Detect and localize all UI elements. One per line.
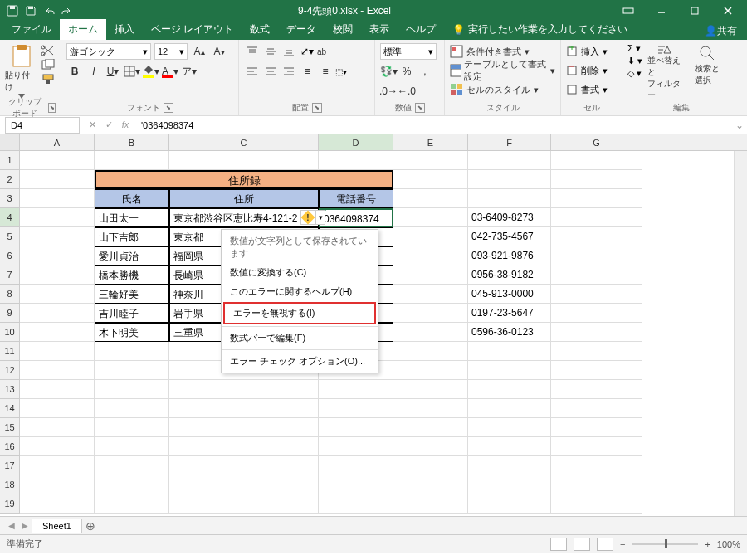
paste-button[interactable]: 貼り付け <box>5 43 37 99</box>
launcher-icon[interactable]: ⬊ <box>312 103 322 113</box>
cell[interactable] <box>393 246 468 265</box>
col-header[interactable]: G <box>551 134 642 150</box>
format-cells-button[interactable]: 書式▾ <box>566 81 617 98</box>
cell[interactable] <box>393 475 468 494</box>
row-header[interactable]: 14 <box>0 399 20 418</box>
cell[interactable] <box>319 437 393 456</box>
tab-home[interactable]: ホーム <box>60 19 106 40</box>
cell[interactable]: 0197-23-5647 <box>468 304 551 323</box>
tab-view[interactable]: 表示 <box>361 19 398 40</box>
cell[interactable]: 山下吉郎 <box>95 227 169 246</box>
cell[interactable] <box>551 437 642 456</box>
tab-data[interactable]: データ <box>278 19 325 40</box>
cell[interactable] <box>551 361 642 380</box>
cell[interactable]: 愛川貞治 <box>95 246 169 265</box>
cell[interactable] <box>95 380 169 399</box>
cell[interactable]: 042-735-4567 <box>468 227 551 246</box>
row-header[interactable]: 3 <box>0 189 20 208</box>
sort-filter-button[interactable]: 並べ替えと フィルター <box>647 43 684 101</box>
cell[interactable]: 木下明美 <box>95 323 169 342</box>
tell-me[interactable]: 💡実行したい作業を入力してください <box>444 19 636 40</box>
row-header[interactable]: 16 <box>0 437 20 456</box>
cell[interactable] <box>393 304 468 323</box>
cell[interactable]: 住所 <box>169 189 319 208</box>
align-left-icon[interactable] <box>244 63 261 80</box>
insert-cells-button[interactable]: 挿入▾ <box>566 43 617 60</box>
cell[interactable] <box>20 151 95 170</box>
phonetic-button[interactable]: ア▾ <box>181 63 198 80</box>
cell[interactable] <box>319 151 393 170</box>
cell[interactable] <box>20 304 95 323</box>
cell[interactable] <box>551 418 642 437</box>
expand-fx-icon[interactable]: ⌄ <box>732 119 747 131</box>
row-header[interactable]: 9 <box>0 304 20 323</box>
row-header[interactable]: 10 <box>0 323 20 342</box>
normal-view-icon[interactable] <box>550 538 567 551</box>
tab-pagelayout[interactable]: ページ レイアウト <box>143 19 242 40</box>
ribbon-options-icon[interactable] <box>613 1 644 21</box>
row-header[interactable]: 1 <box>0 151 20 170</box>
row-header[interactable]: 6 <box>0 246 20 265</box>
row-header[interactable]: 19 <box>0 494 20 514</box>
cell[interactable] <box>95 456 169 475</box>
format-as-table-button[interactable]: テーブルとして書式設定▾ <box>450 62 555 79</box>
cell[interactable] <box>393 285 468 304</box>
font-size-select[interactable]: 12▾ <box>154 43 188 60</box>
launcher-icon[interactable]: ⬊ <box>164 103 173 113</box>
cell[interactable] <box>551 151 642 170</box>
cell[interactable] <box>551 456 642 475</box>
conditional-format-button[interactable]: 条件付き書式▾ <box>450 43 555 60</box>
fill-color-button[interactable]: ▾ <box>143 63 159 80</box>
cell[interactable]: 03-6409-8273 <box>468 208 551 227</box>
cell[interactable] <box>20 475 95 494</box>
cell[interactable] <box>393 494 468 514</box>
cell[interactable] <box>20 399 95 418</box>
row-header[interactable]: 2 <box>0 170 20 189</box>
cell[interactable] <box>468 418 551 437</box>
cell[interactable] <box>95 361 169 380</box>
page-layout-view-icon[interactable] <box>574 538 590 551</box>
cell[interactable] <box>393 189 468 208</box>
enter-fx-icon[interactable]: ✓ <box>101 119 116 130</box>
cell[interactable] <box>319 380 393 399</box>
cell[interactable] <box>551 399 642 418</box>
cell[interactable] <box>20 285 95 304</box>
row-header[interactable]: 15 <box>0 418 20 437</box>
underline-button[interactable]: U▾ <box>105 63 121 80</box>
cell[interactable] <box>551 208 642 227</box>
cell[interactable] <box>20 189 95 208</box>
vertical-scrollbar[interactable] <box>734 151 747 516</box>
row-header[interactable]: 8 <box>0 285 20 304</box>
cell[interactable] <box>468 361 551 380</box>
zoom-level[interactable]: 100% <box>717 539 740 549</box>
cell[interactable] <box>319 475 393 494</box>
cell[interactable] <box>319 494 393 514</box>
percent-icon[interactable]: % <box>398 63 415 80</box>
cell[interactable] <box>393 342 468 361</box>
clear-button[interactable]: ◇ ▾ <box>627 68 642 79</box>
cell[interactable] <box>393 380 468 399</box>
cell[interactable] <box>20 361 95 380</box>
launcher-icon[interactable]: ⬊ <box>415 103 425 113</box>
align-top-icon[interactable] <box>244 43 261 60</box>
cell[interactable] <box>20 170 95 189</box>
cancel-fx-icon[interactable]: ✕ <box>85 119 100 130</box>
increase-decimal-icon[interactable]: .0→ <box>380 83 397 100</box>
cell[interactable] <box>551 494 642 514</box>
align-center-icon[interactable] <box>262 63 279 80</box>
cell[interactable] <box>551 304 642 323</box>
font-color-button[interactable]: A▾ <box>162 63 178 80</box>
cell[interactable] <box>551 189 642 208</box>
cell[interactable] <box>169 380 319 399</box>
cell[interactable] <box>551 227 642 246</box>
cell[interactable] <box>468 494 551 514</box>
formula-input[interactable] <box>138 120 732 130</box>
zoom-out-icon[interactable]: − <box>620 539 625 549</box>
share-button[interactable]: 👤 共有 <box>695 22 747 40</box>
error-dropdown-icon[interactable]: ▾ <box>315 210 325 225</box>
sheet-tab[interactable]: Sheet1 <box>32 519 82 533</box>
page-break-view-icon[interactable] <box>597 538 613 551</box>
cell[interactable] <box>468 151 551 170</box>
cell[interactable] <box>468 342 551 361</box>
ctx-menu-item[interactable]: エラーを無視する(I) <box>223 302 376 324</box>
